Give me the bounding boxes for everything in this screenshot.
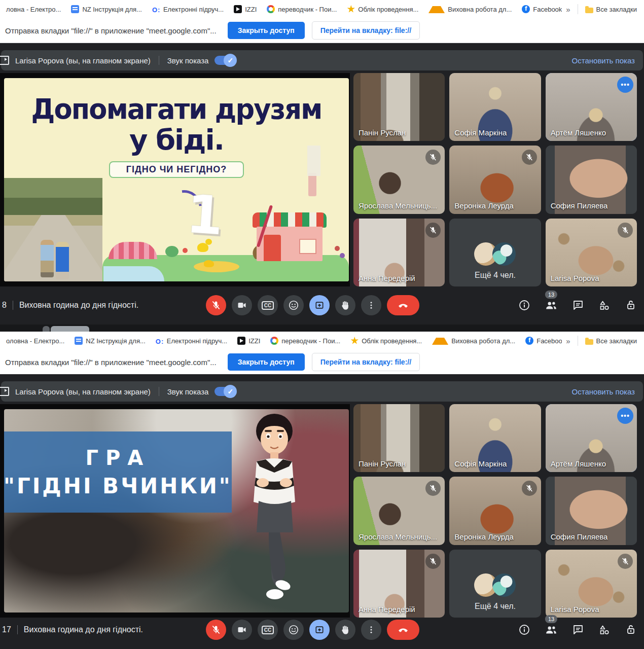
tab-fragment[interactable] bbox=[51, 326, 89, 332]
participant-tile[interactable]: Панін Руслан bbox=[353, 404, 445, 472]
stop-sharing-button[interactable]: Закрыть доступ bbox=[228, 22, 305, 39]
bookmark-item[interactable]: Facebook bbox=[517, 3, 562, 15]
bookmark-item[interactable]: Facebook bbox=[520, 335, 562, 347]
sound-toggle[interactable] bbox=[214, 56, 235, 65]
participant-name: Софія Маркіна bbox=[454, 459, 507, 468]
people-button[interactable]: 13 bbox=[545, 623, 558, 636]
participant-tile[interactable]: Larisa Popova bbox=[546, 219, 637, 286]
meeting-title: Виховна година до дня гідності. bbox=[19, 301, 138, 310]
participant-tile[interactable]: Софія Маркіна bbox=[449, 73, 541, 141]
participant-tile[interactable]: Анна Передерій bbox=[353, 219, 445, 286]
divider bbox=[17, 625, 18, 634]
tab-fragment[interactable] bbox=[43, 326, 50, 332]
participant-tile[interactable]: Ещё 4 чел. bbox=[449, 550, 541, 618]
bookmark-item[interactable]: оловна - Електро... bbox=[1, 335, 69, 347]
bookmark-item[interactable]: Електронні підруч... bbox=[151, 335, 232, 347]
participant-tile[interactable]: Панін Руслан bbox=[353, 73, 445, 141]
sound-toggle[interactable] bbox=[214, 387, 235, 396]
camera-button[interactable] bbox=[232, 295, 252, 315]
goto-tab-button[interactable]: Перейти на вкладку: file:// bbox=[312, 353, 420, 371]
participant-name: София Пиляева bbox=[551, 532, 608, 541]
izzi-icon bbox=[234, 5, 242, 13]
reactions-button[interactable] bbox=[283, 620, 304, 640]
divider bbox=[13, 301, 13, 310]
bookmarks-overflow-chevron-icon[interactable]: » bbox=[562, 5, 574, 14]
bookmark-item[interactable]: Облік проведення... bbox=[345, 335, 427, 347]
participant-tile[interactable]: Софія Маркіна bbox=[449, 404, 541, 472]
photo-boy-2 bbox=[56, 242, 69, 279]
people-button[interactable]: 13 bbox=[545, 299, 558, 312]
stop-presenting-link[interactable]: Остановить показ bbox=[572, 387, 635, 396]
cartoon-river bbox=[103, 266, 164, 281]
slide-title-line2: у біді. bbox=[4, 123, 349, 156]
toggle-check-icon bbox=[224, 54, 237, 67]
meeting-details-button[interactable] bbox=[518, 299, 530, 311]
mic-muted-button[interactable] bbox=[206, 295, 226, 315]
tile-options-button[interactable] bbox=[617, 77, 633, 93]
all-bookmarks-button[interactable]: Все закладки bbox=[581, 4, 641, 15]
overflow-avatars bbox=[474, 573, 516, 597]
bookmark-label: Електронні підруч... bbox=[163, 6, 224, 13]
stop-sharing-button[interactable]: Закрыть доступ bbox=[228, 353, 305, 371]
stop-presenting-link[interactable]: Остановить показ bbox=[572, 56, 635, 65]
end-call-button[interactable] bbox=[387, 620, 419, 640]
participant-tile[interactable]: София Пиляева bbox=[546, 146, 637, 213]
host-controls-button[interactable] bbox=[625, 299, 637, 311]
bookmark-item[interactable]: NZ Інструкція для... bbox=[69, 335, 151, 347]
end-call-button[interactable] bbox=[387, 295, 419, 315]
more-options-button[interactable] bbox=[361, 295, 381, 315]
participant-tile[interactable]: Ярослава Мельниць... bbox=[353, 146, 445, 213]
clock-fragment: 8 bbox=[2, 301, 7, 310]
participant-tile[interactable]: Ярослава Мельниць... bbox=[353, 477, 445, 545]
more-options-button[interactable] bbox=[361, 620, 381, 640]
bookmark-item[interactable]: IZZI bbox=[232, 335, 265, 347]
captions-button[interactable] bbox=[258, 620, 278, 640]
bookmark-item[interactable]: IZZI bbox=[229, 3, 262, 15]
mic-muted-button[interactable] bbox=[206, 620, 226, 640]
present-button[interactable] bbox=[309, 620, 330, 640]
mic-muted-icon bbox=[425, 554, 441, 569]
bookmark-item[interactable]: переводчик - Пои... bbox=[265, 335, 345, 347]
participant-tile[interactable]: Larisa Popova bbox=[546, 550, 637, 618]
camera-button[interactable] bbox=[232, 620, 252, 640]
bookmark-label: NZ Інструкція для... bbox=[82, 6, 142, 13]
participants-grid: Панін Руслан Софія Маркіна Артём Ляшенко bbox=[353, 73, 637, 286]
bookmark-label: переводчик - Пои... bbox=[278, 6, 337, 13]
participant-tile[interactable]: София Пиляева bbox=[546, 477, 637, 545]
chat-button[interactable] bbox=[572, 299, 584, 311]
presenter-label: Larisa Popova (вы, на главном экране) bbox=[15, 56, 151, 65]
reactions-button[interactable] bbox=[283, 295, 304, 315]
raise-hand-button[interactable] bbox=[335, 620, 355, 640]
bookmark-item[interactable]: Облік проведення... bbox=[342, 3, 423, 15]
participant-tile[interactable]: Артём Ляшенко bbox=[546, 73, 637, 141]
bookmark-item[interactable]: Виховна робота дл... bbox=[427, 335, 520, 347]
bookmark-label: ловна - Електро... bbox=[6, 6, 61, 13]
header-divider bbox=[159, 387, 159, 396]
meeting-details-button[interactable] bbox=[518, 624, 530, 636]
goto-tab-button[interactable]: Перейти на вкладку: file:// bbox=[312, 21, 420, 40]
chat-button[interactable] bbox=[572, 624, 584, 636]
participant-tile[interactable]: Артём Ляшенко bbox=[546, 404, 637, 472]
star-yellow-icon bbox=[347, 5, 355, 13]
bookmark-item[interactable]: переводчик - Пои... bbox=[262, 3, 342, 15]
bookmark-item[interactable]: NZ Інструкція для... bbox=[66, 3, 147, 15]
present-button[interactable] bbox=[309, 295, 330, 315]
bookmark-item[interactable]: Електронні підруч... bbox=[147, 3, 229, 15]
presentation-stage: Допомагати друзям у біді. ГІДНО ЧИ НЕГІД… bbox=[0, 73, 350, 286]
participant-tile[interactable]: Вероніка Леурда bbox=[449, 477, 541, 545]
share-notice-text: Отправка вкладки "file://" в приложение … bbox=[5, 358, 217, 367]
activities-button[interactable] bbox=[598, 624, 611, 636]
all-bookmarks-button[interactable]: Все закладки bbox=[581, 335, 641, 347]
captions-button[interactable] bbox=[258, 295, 278, 315]
participant-tile[interactable]: Анна Передерій bbox=[353, 550, 445, 618]
tile-options-button[interactable] bbox=[617, 408, 633, 424]
present-screen-icon bbox=[0, 56, 9, 65]
participant-tile[interactable]: Ещё 4 чел. bbox=[449, 219, 541, 286]
bookmark-item[interactable]: ловна - Електро... bbox=[1, 4, 66, 15]
raise-hand-button[interactable] bbox=[335, 295, 355, 315]
activities-button[interactable] bbox=[598, 299, 611, 311]
bookmarks-overflow-chevron-icon[interactable]: » bbox=[562, 337, 574, 345]
host-controls-button[interactable] bbox=[625, 624, 637, 636]
bookmark-item[interactable]: Виховна робота дл... bbox=[423, 4, 517, 15]
participant-tile[interactable]: Вероніка Леурда bbox=[449, 146, 541, 213]
